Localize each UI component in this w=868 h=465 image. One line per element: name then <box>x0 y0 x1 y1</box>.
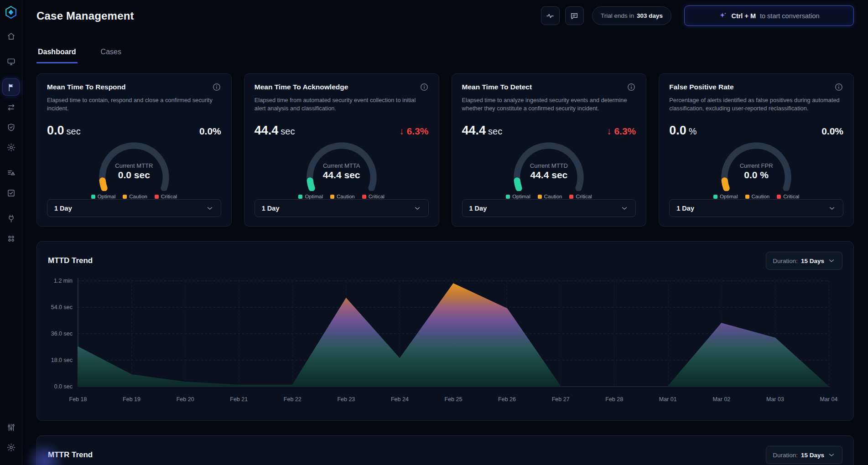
duration-dropdown[interactable]: Duration: 15 Days <box>766 446 842 464</box>
kpi-description: Percentage of alerts identified as false… <box>669 96 843 113</box>
mttd-trend-card: MTTD Trend Duration: 15 Days 0.0 sec18.0… <box>36 241 854 421</box>
sidebar <box>0 0 22 465</box>
info-icon <box>420 83 429 92</box>
gauge-value: 0.0 sec <box>89 170 179 181</box>
chevron-down-icon <box>206 204 214 212</box>
alert-list-icon <box>6 168 16 178</box>
svg-text:Feb 18: Feb 18 <box>69 396 87 403</box>
tab-cases[interactable]: Cases <box>99 48 123 63</box>
sidebar-item-desktop[interactable] <box>2 53 20 70</box>
task-check-icon <box>6 188 16 198</box>
gauge-value: 44.4 sec <box>504 170 593 181</box>
sidebar-item-security-policy[interactable] <box>2 119 20 136</box>
legend-label: Caution <box>337 194 355 199</box>
kpi-card-mttr: Mean Time To Respond Elapsed time to con… <box>36 73 232 227</box>
gauge-legend: OptimalCautionCritical <box>462 194 636 199</box>
shortcut-key: Ctrl + M <box>731 12 756 20</box>
sidebar-item-automation-settings[interactable] <box>2 139 20 156</box>
svg-text:Feb 27: Feb 27 <box>552 396 570 403</box>
chat-button[interactable] <box>565 6 584 25</box>
gauge-legend: OptimalCautionCritical <box>47 194 221 199</box>
svg-text:Feb 20: Feb 20 <box>177 396 194 403</box>
legend-label: Caution <box>544 194 562 199</box>
info-button[interactable] <box>212 83 221 93</box>
legend-label: Caution <box>752 194 770 199</box>
shield-check-icon <box>6 123 16 132</box>
sidebar-item-preferences[interactable] <box>2 418 20 436</box>
logo-icon <box>4 5 18 19</box>
info-icon <box>627 83 636 92</box>
kpi-delta: 0.0% <box>821 126 843 137</box>
legend-swatch <box>713 195 717 199</box>
svg-text:Feb 24: Feb 24 <box>391 396 409 403</box>
info-button[interactable] <box>834 83 843 93</box>
apps-grid-icon <box>6 234 16 243</box>
app-logo[interactable] <box>3 5 19 20</box>
sidebar-item-apps[interactable] <box>2 230 20 247</box>
gauge-value: 0.0 % <box>712 170 801 181</box>
gauge-segment <box>725 181 727 188</box>
sidebar-item-tasks[interactable] <box>2 184 20 202</box>
mttr-trend-card: MTTR Trend Duration: 15 Days <box>36 435 854 465</box>
legend-item: Caution <box>123 194 147 199</box>
svg-text:Mar 02: Mar 02 <box>712 396 730 403</box>
svg-text:Mar 04: Mar 04 <box>820 396 838 403</box>
legend-swatch <box>298 195 302 199</box>
activity-button[interactable] <box>541 6 560 25</box>
svg-text:54.0 sec: 54.0 sec <box>51 304 73 310</box>
page-title: Case Management <box>36 10 134 22</box>
period-dropdown[interactable]: 1 Day <box>47 199 221 217</box>
desktop-icon <box>6 57 16 67</box>
svg-text:0.0 sec: 0.0 sec <box>54 383 73 390</box>
period-dropdown[interactable]: 1 Day <box>255 199 429 217</box>
chevron-down-icon <box>413 204 421 212</box>
tab-dashboard[interactable]: Dashboard <box>36 48 78 63</box>
chevron-down-icon <box>620 204 629 212</box>
duration-dropdown[interactable]: Duration: 15 Days <box>766 252 842 270</box>
chart-title: MTTR Trend <box>48 450 93 460</box>
legend-item: Critical <box>569 194 592 199</box>
kpi-value: 44.4sec <box>462 124 503 138</box>
sidebar-item-settings[interactable] <box>2 439 20 456</box>
svg-text:1.2 min: 1.2 min <box>54 278 73 284</box>
gear-icon <box>6 443 16 452</box>
legend-item: Caution <box>330 194 355 199</box>
kpi-description: Elapsed time to analyze ingested securit… <box>462 96 636 113</box>
trial-badge[interactable]: Trial ends in 303 days <box>592 6 671 25</box>
duration-label: Duration: <box>773 452 798 459</box>
period-dropdown[interactable]: 1 Day <box>462 199 636 217</box>
kpi-delta: 0.0% <box>199 126 221 137</box>
start-conversation-button[interactable]: Ctrl + M to start conversation <box>684 5 854 26</box>
sidebar-item-workflows[interactable] <box>2 98 20 116</box>
sidebar-item-integrations[interactable] <box>2 210 20 227</box>
info-button[interactable] <box>420 83 429 93</box>
period-dropdown[interactable]: 1 Day <box>669 199 843 217</box>
legend-item: Optimal <box>298 194 323 199</box>
duration-value: 15 Days <box>801 452 824 459</box>
legend-label: Optimal <box>512 194 530 199</box>
duration-value: 15 Days <box>801 258 824 264</box>
svg-text:Feb 21: Feb 21 <box>230 396 248 403</box>
info-button[interactable] <box>627 83 636 93</box>
legend-swatch <box>91 195 95 199</box>
kpi-card-mtta: Mean Time To Acknowledge Elapsed time fr… <box>244 73 439 227</box>
sidebar-item-case-management[interactable] <box>2 78 20 96</box>
kpi-value: 0.0% <box>669 124 696 138</box>
trial-prefix: Trial ends in <box>601 12 634 19</box>
kpi-delta: ↓ 6.3% <box>399 126 428 137</box>
legend-item: Optimal <box>713 194 738 199</box>
period-value: 1 Day <box>54 205 72 212</box>
home-icon <box>6 31 16 41</box>
legend-label: Critical <box>161 194 177 199</box>
legend-item: Optimal <box>91 194 116 199</box>
chevron-down-icon <box>827 257 836 265</box>
chart-title: MTTD Trend <box>48 256 93 265</box>
svg-text:Feb 25: Feb 25 <box>445 396 463 403</box>
gauge: Current MTTR 0.0 sec <box>89 139 179 191</box>
kpi-title: Mean Time To Respond <box>47 83 126 91</box>
gauge-label: Current MTTD <box>504 162 593 169</box>
pulse-icon <box>546 11 555 21</box>
sidebar-item-alert-reports[interactable] <box>2 164 20 181</box>
legend-label: Optimal <box>98 194 116 199</box>
sidebar-item-home[interactable] <box>2 27 20 45</box>
